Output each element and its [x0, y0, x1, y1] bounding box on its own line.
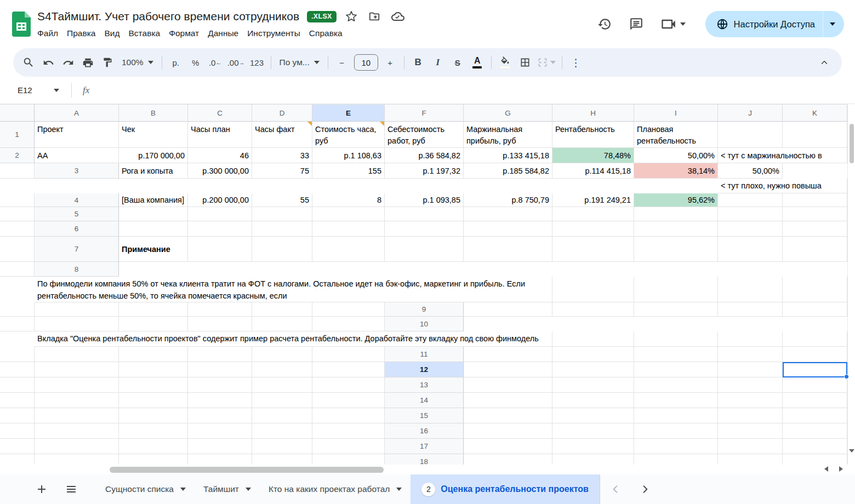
cell-A8[interactable]: По финмодели компания 50% от чека клиент…: [35, 277, 552, 302]
cell-A16[interactable]: [464, 423, 552, 439]
cell-K15[interactable]: [312, 423, 385, 439]
cell-D8[interactable]: [718, 277, 783, 302]
cell-J15[interactable]: [252, 423, 312, 439]
cell-C9[interactable]: [634, 302, 718, 317]
cell-C18[interactable]: [634, 454, 718, 465]
cell-B7[interactable]: [188, 237, 252, 262]
cell-H5[interactable]: [634, 207, 718, 221]
borders-button[interactable]: [515, 53, 535, 72]
row-header-12[interactable]: 12: [385, 362, 464, 377]
cell-I4[interactable]: [718, 193, 783, 207]
cell-B10[interactable]: [552, 331, 634, 347]
cell-F4[interactable]: р.8 750,79: [464, 193, 552, 207]
cell-C11[interactable]: [634, 347, 718, 362]
horizontal-scrollbar[interactable]: [0, 465, 855, 474]
cell-F16[interactable]: [0, 439, 35, 454]
row-header-15[interactable]: 15: [385, 408, 464, 423]
cell-F1[interactable]: Себестоимость работ, руб: [385, 122, 464, 148]
cell-C5[interactable]: [252, 207, 312, 221]
cell-E1[interactable]: Стоимость часа, руб: [312, 122, 385, 148]
cell-D9[interactable]: [718, 302, 783, 317]
cell-E13[interactable]: [783, 377, 847, 393]
menu-item-8[interactable]: Справка: [305, 27, 347, 40]
cell-J16[interactable]: [252, 439, 312, 454]
row-header-2[interactable]: 2: [0, 148, 35, 163]
cell-I11[interactable]: [188, 362, 252, 377]
cell-C14[interactable]: [634, 393, 718, 408]
cell-B5[interactable]: [188, 207, 252, 221]
cell-B4[interactable]: р.200 000,00: [188, 193, 252, 207]
meet-dropdown-arrow[interactable]: [680, 22, 686, 26]
row-header-9[interactable]: 9: [385, 302, 464, 317]
cell-D7[interactable]: [312, 237, 385, 262]
cell-H1[interactable]: Рентабельность: [552, 122, 634, 148]
print-icon[interactable]: [78, 53, 98, 72]
cell-J13[interactable]: [252, 393, 312, 408]
document-title[interactable]: S4Таймшит. Учет рабочего времени сотрудн…: [37, 10, 299, 23]
cell-G7[interactable]: [552, 237, 634, 262]
cell-I10[interactable]: [188, 347, 252, 362]
cell-H8[interactable]: [119, 302, 188, 317]
cell-B6[interactable]: [188, 221, 252, 237]
cell-I12[interactable]: [188, 377, 252, 393]
vertical-scrollbar-thumb[interactable]: [850, 124, 854, 163]
cell-F12[interactable]: [0, 377, 35, 393]
cell-I3[interactable]: 50,00%: [718, 163, 783, 179]
cell-K3[interactable]: [0, 193, 35, 207]
cell-J9[interactable]: [252, 317, 312, 331]
cell-D11[interactable]: [718, 347, 783, 362]
cell-A7[interactable]: Примечание: [119, 237, 188, 262]
cell-J10[interactable]: [252, 347, 312, 362]
cell-C6[interactable]: [252, 221, 312, 237]
row-header-14[interactable]: 14: [385, 393, 464, 408]
cell-K6[interactable]: [0, 237, 35, 262]
cell-J1[interactable]: [718, 122, 783, 148]
row-header-4[interactable]: 4: [35, 193, 119, 207]
cell-F17[interactable]: [0, 454, 35, 465]
fill-color-button[interactable]: [495, 53, 515, 72]
cell-G13[interactable]: [35, 393, 119, 408]
scroll-left-arrow[interactable]: [824, 466, 828, 472]
cell-I6[interactable]: [718, 221, 783, 237]
cell-A11[interactable]: [464, 347, 552, 362]
decrease-decimal-button[interactable]: .0←: [206, 53, 225, 72]
menu-item-4[interactable]: Вставка: [124, 27, 165, 40]
cell-F15[interactable]: [0, 423, 35, 439]
column-header-E[interactable]: E: [312, 104, 385, 122]
cell-C16[interactable]: [634, 423, 718, 439]
column-header-G[interactable]: G: [464, 104, 552, 122]
cell-K7[interactable]: [0, 262, 35, 277]
menu-item-7[interactable]: Инструменты: [243, 27, 305, 40]
cell-K13[interactable]: [312, 393, 385, 408]
cell-J5[interactable]: [783, 207, 847, 221]
cell-B18[interactable]: [552, 454, 634, 465]
horizontal-scrollbar-thumb[interactable]: [110, 467, 384, 473]
add-sheet-button[interactable]: [34, 482, 49, 497]
cell-K5[interactable]: [0, 221, 35, 237]
cell-I13[interactable]: [188, 393, 252, 408]
sheet-tab-2[interactable]: Таймшит: [195, 474, 260, 504]
percent-format-button[interactable]: %: [186, 53, 206, 72]
cell-B8[interactable]: [552, 277, 634, 302]
cell-K8[interactable]: [312, 302, 385, 317]
cell-E10[interactable]: [783, 331, 847, 347]
cell-G14[interactable]: [35, 408, 119, 423]
cell-E7[interactable]: [385, 237, 464, 262]
cell-G17[interactable]: [35, 454, 119, 465]
zoom-control[interactable]: 100%: [117, 53, 158, 72]
cell-H17[interactable]: [119, 454, 188, 465]
paint-format-icon[interactable]: [98, 53, 117, 72]
cell-D14[interactable]: [718, 393, 783, 408]
row-header-7[interactable]: 7: [35, 237, 119, 262]
cell-D6[interactable]: [312, 221, 385, 237]
cell-K9[interactable]: [312, 317, 385, 331]
cell-C12[interactable]: [634, 362, 718, 377]
cell-F3[interactable]: р.185 584,82: [464, 163, 552, 179]
column-header-D[interactable]: D: [252, 104, 312, 122]
cell-B15[interactable]: [552, 408, 634, 423]
column-header-C[interactable]: C: [188, 104, 252, 122]
formula-input[interactable]: [89, 77, 855, 104]
cell-H10[interactable]: [119, 347, 188, 362]
cell-G2[interactable]: р.133 415,18: [464, 148, 552, 163]
next-tabs-arrow[interactable]: [640, 484, 651, 495]
